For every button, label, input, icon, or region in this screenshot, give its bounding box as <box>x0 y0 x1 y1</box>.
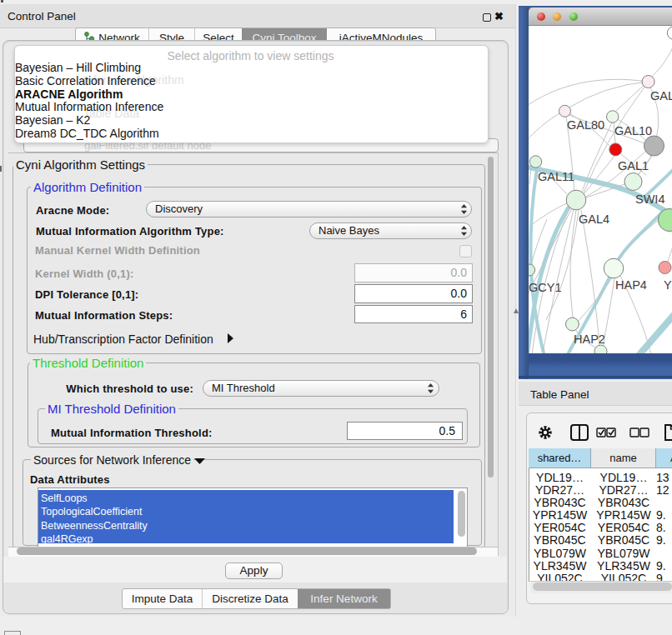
svg-text:SWI4: SWI4 <box>635 192 664 206</box>
svg-text:GAL4: GAL4 <box>579 212 609 226</box>
svg-text:GAL1: GAL1 <box>618 159 649 172</box>
svg-text:GAL3: GAL3 <box>650 89 672 102</box>
svg-text:GAL80: GAL80 <box>567 118 604 132</box>
svg-text:GCY1: GCY1 <box>529 281 562 294</box>
svg-text:HAP2: HAP2 <box>574 332 605 346</box>
svg-text:HAP4: HAP4 <box>615 278 647 292</box>
svg-text:GAL10: GAL10 <box>614 124 652 138</box>
svg-text:GAL11: GAL11 <box>538 170 574 183</box>
svg-text:Y: Y <box>664 278 672 292</box>
